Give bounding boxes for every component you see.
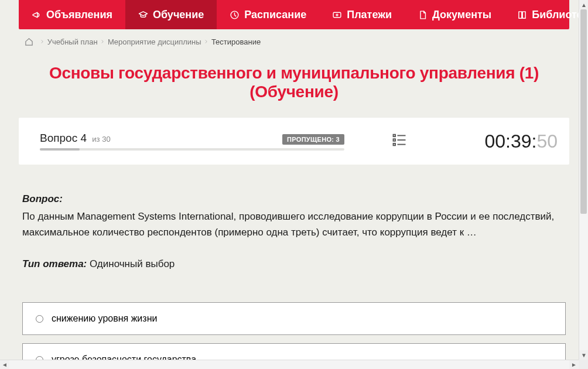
progress-bar [40,148,344,151]
chevron-right-icon [98,37,108,46]
svg-point-2 [336,14,338,16]
question-list-icon[interactable] [391,132,408,151]
scroll-left-arrow[interactable]: ◄ [0,360,9,370]
scroll-right-arrow[interactable]: ► [569,360,579,370]
svg-rect-1 [333,12,341,18]
answer-option[interactable]: снижению уровня жизни [22,302,566,335]
svg-rect-5 [394,139,396,141]
question-prompt-text: По данным Management Systems Internation… [22,209,566,240]
nav-tab-label: Обучение [153,9,204,21]
chevron-right-icon [39,37,47,46]
nav-tab-label: Платежи [347,9,392,21]
horizontal-scrollbar[interactable]: ◄ ► [0,360,579,369]
scroll-down-arrow[interactable]: ▼ [579,350,588,360]
nav-tab-Обучение[interactable]: Обучение [125,0,217,29]
nav-tab-label: Документы [432,9,491,21]
answer-option-label: угрозе безопасности государства [52,354,196,360]
skipped-badge: ПРОПУЩЕНО: 3 [282,134,344,145]
breadcrumb: Учебный план Мероприятие дисциплины Тест… [19,29,569,54]
nav-tab-Документы[interactable]: Документы [405,0,504,29]
answer-list: снижению уровня жизниугрозе безопасности… [19,302,569,360]
answer-type: Тип ответа: Одиночный выбор [22,257,566,272]
nav-tab-Библиотека[interactable]: Библиотека [504,0,588,29]
status-panel: Вопрос 4 из 30 ПРОПУЩЕНО: 3 [19,118,569,165]
clock-icon [230,10,240,20]
svg-rect-7 [394,144,396,146]
breadcrumb-item: Тестирование [211,37,261,46]
nav-tab-label: Объявления [46,9,112,21]
graduation-icon [138,10,148,20]
radio-icon [36,315,43,323]
answer-option-label: снижению уровня жизни [52,313,157,324]
question-total: из 30 [92,135,110,144]
payment-icon [332,10,342,20]
home-icon[interactable] [25,37,33,46]
main-nav: ОбъявленияОбучениеРасписаниеПлатежиДокум… [19,0,569,29]
breadcrumb-item[interactable]: Мероприятие дисциплины [108,37,201,46]
book-icon [517,10,527,20]
question-body: Вопрос: По данным Management Systems Int… [19,165,569,272]
breadcrumb-item[interactable]: Учебный план [47,37,98,46]
nav-tab-Расписание[interactable]: Расписание [217,0,319,29]
megaphone-icon [32,10,42,20]
vertical-scrollbar[interactable]: ▲ ▼ [579,0,588,360]
page-title: Основы государственного и муниципального… [19,54,569,118]
svg-rect-3 [394,135,396,137]
question-number-label: Вопрос 4 [40,132,90,144]
nav-tab-label: Расписание [244,9,306,21]
nav-tab-Объявления[interactable]: Объявления [19,0,125,29]
document-icon [418,10,428,20]
nav-tab-Платежи[interactable]: Платежи [319,0,405,29]
question-prompt-label: Вопрос: [22,193,63,204]
scroll-up-arrow[interactable]: ▲ [579,0,588,9]
timer: 00:39:50 [484,131,558,152]
chevron-right-icon [201,37,211,46]
answer-option[interactable]: угрозе безопасности государства [22,343,566,360]
